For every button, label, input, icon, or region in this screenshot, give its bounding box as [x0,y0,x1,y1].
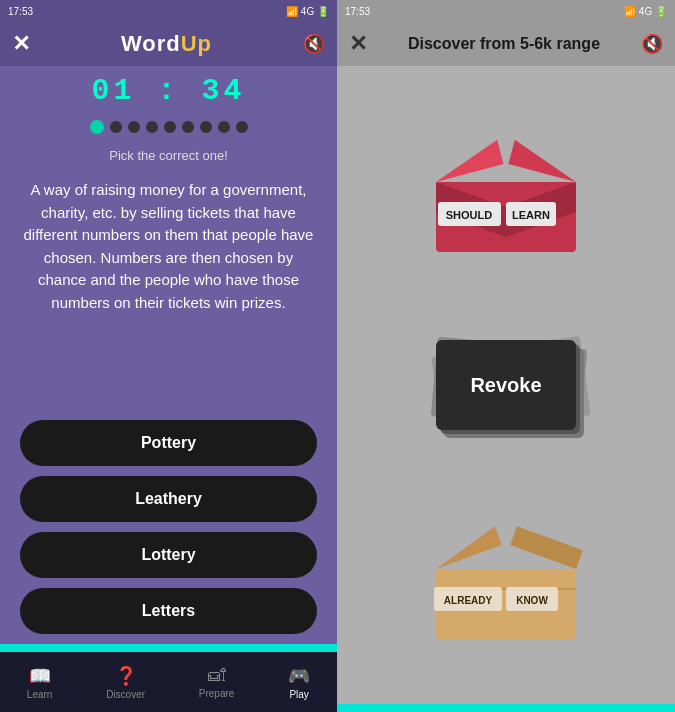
nav-prepare[interactable]: 🛋 Prepare [199,665,235,699]
nav-play-label: Play [289,689,308,700]
already-know-container[interactable]: ALREADY KNOW [347,514,665,644]
should-learn-container[interactable]: SHOULD LEARN [347,127,665,257]
header-left: ✕ WordUp 🔇 [0,22,337,66]
close-icon-right[interactable]: ✕ [349,31,367,57]
revoke-label: Revoke [470,374,541,397]
nav-play-icon: 🎮 [288,665,310,687]
already-know-box-svg: ALREADY KNOW [416,514,596,644]
nav-discover[interactable]: ❓ Discover [106,665,145,700]
time-right: 17:53 [345,6,370,17]
discover-content: SHOULD LEARN Revoke [337,66,675,704]
answers-container: Pottery Leathery Lottery Letters [0,420,337,634]
bottom-nav-left: 📖 Learn ❓ Discover 🛋 Prepare 🎮 Play [0,652,337,712]
nav-prepare-label: Prepare [199,688,235,699]
left-bottom-bar [0,644,337,652]
progress-dot-4 [164,121,176,133]
right-panel: 17:53 📶 4G 🔋 ✕ Discover from 5-6k range … [337,0,675,712]
status-bar-left: 17:53 📶 4G 🔋 [0,0,337,22]
svg-marker-2 [430,139,504,181]
progress-dot-6 [200,121,212,133]
progress-dot-8 [236,121,248,133]
progress-dot-3 [146,121,158,133]
header-title-right: Discover from 5-6k range [408,35,600,53]
progress-dot-0 [90,120,104,134]
nav-discover-icon: ❓ [115,665,137,687]
bottom-bar-right [337,704,675,712]
nav-learn-label: Learn [27,689,53,700]
progress-dot-7 [218,121,230,133]
answer-lottery[interactable]: Lottery [20,532,317,578]
instruction-text: Pick the correct one! [109,148,228,163]
progress-dots [90,120,248,134]
revoke-card[interactable]: Revoke [436,340,576,430]
svg-marker-11 [510,526,583,569]
time-left: 17:53 [8,6,33,17]
progress-dot-5 [182,121,194,133]
should-learn-box-svg: SHOULD LEARN [416,127,596,257]
progress-dot-1 [110,121,122,133]
close-icon-left[interactable]: ✕ [12,31,30,57]
nav-discover-label: Discover [106,689,145,700]
question-text: A way of raising money for a government,… [0,169,337,420]
mute-icon-right[interactable]: 🔇 [641,33,663,55]
signal-left: 📶 4G 🔋 [286,6,329,17]
nav-prepare-icon: 🛋 [208,665,226,686]
app-title: WordUp [121,31,212,57]
status-bar-right: 17:53 📶 4G 🔋 [337,0,675,22]
svg-marker-3 [508,139,582,181]
answer-letters[interactable]: Letters [20,588,317,634]
left-panel: 17:53 📶 4G 🔋 ✕ WordUp 🔇 01 : 34 Pick the… [0,0,337,712]
header-right: ✕ Discover from 5-6k range 🔇 [337,22,675,66]
nav-learn[interactable]: 📖 Learn [27,665,53,700]
svg-marker-10 [429,526,502,569]
nav-learn-icon: 📖 [29,665,51,687]
svg-text:SHOULD: SHOULD [446,209,493,221]
signal-right: 📶 4G 🔋 [624,6,667,17]
svg-text:ALREADY: ALREADY [444,595,493,606]
svg-text:KNOW: KNOW [516,595,548,606]
answer-leathery[interactable]: Leathery [20,476,317,522]
progress-dot-2 [128,121,140,133]
mute-icon-left[interactable]: 🔇 [303,33,325,55]
svg-text:LEARN: LEARN [512,209,550,221]
timer-display: 01 : 34 [91,74,245,108]
answer-pottery[interactable]: Pottery [20,420,317,466]
revoke-card-container[interactable]: Revoke [347,338,665,433]
nav-play[interactable]: 🎮 Play [288,665,310,700]
